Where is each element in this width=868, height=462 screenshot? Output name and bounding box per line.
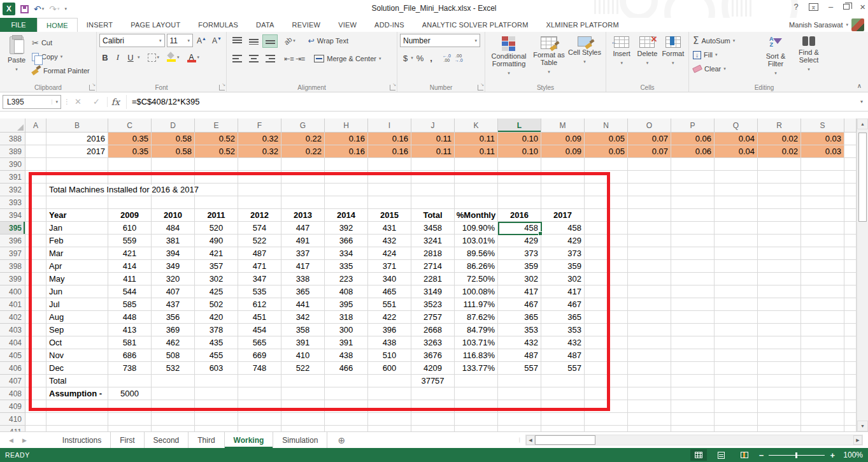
- cell-K402[interactable]: 87.62%: [455, 311, 498, 324]
- accounting-format-button[interactable]: $: [400, 54, 411, 63]
- cell-M411[interactable]: [541, 426, 585, 431]
- cell-R389[interactable]: 0.02: [758, 145, 801, 158]
- collapse-ribbon-button[interactable]: ∧: [857, 82, 862, 89]
- cell-N398[interactable]: [585, 260, 628, 273]
- col-header-L[interactable]: L: [498, 119, 541, 133]
- cell-E403[interactable]: 378: [195, 324, 238, 336]
- cell-N404[interactable]: [585, 336, 628, 349]
- font-size-combo[interactable]: 11▾: [167, 34, 194, 47]
- cell-K393[interactable]: [455, 196, 498, 209]
- cell-H401[interactable]: 395: [325, 298, 368, 311]
- cell-F397[interactable]: 487: [238, 247, 281, 260]
- row-header-391[interactable]: 391: [0, 171, 25, 184]
- sheet-nav-left-icon[interactable]: ◀: [9, 437, 13, 444]
- cell-M407[interactable]: [541, 375, 585, 387]
- cell-L399[interactable]: 302: [498, 273, 541, 285]
- cell-B401[interactable]: Jul: [46, 298, 108, 311]
- row-header-408[interactable]: 408: [0, 387, 25, 400]
- row-header-399[interactable]: 399: [0, 273, 25, 285]
- cell-G392[interactable]: [281, 184, 325, 196]
- cell-F407[interactable]: [238, 375, 281, 387]
- account-chip[interactable]: Manish Saraswat ▾: [789, 18, 864, 32]
- cell-H396[interactable]: 366: [325, 235, 368, 247]
- cell-N411[interactable]: [585, 426, 628, 431]
- scroll-up-icon[interactable]: ▲: [857, 119, 868, 129]
- tab-file[interactable]: FILE: [0, 18, 37, 32]
- increase-indent-button[interactable]: ⇥≡: [295, 55, 306, 63]
- cell-H409[interactable]: [325, 400, 368, 413]
- cell-L397[interactable]: 373: [498, 247, 541, 260]
- name-box[interactable]: L395▾: [3, 95, 61, 109]
- cell-H395[interactable]: 392: [325, 222, 368, 235]
- scroll-down-icon[interactable]: ▼: [857, 421, 868, 431]
- cell-P402[interactable]: [671, 311, 715, 324]
- cell-R408[interactable]: [758, 387, 801, 400]
- cell-J404[interactable]: 3263: [411, 336, 455, 349]
- cell-L406[interactable]: 557: [498, 362, 541, 375]
- cell-P409[interactable]: [671, 400, 715, 413]
- cell-K400[interactable]: 100.08%: [455, 285, 498, 298]
- cell-C398[interactable]: 414: [108, 260, 152, 273]
- cell-N388[interactable]: 0.05: [585, 133, 628, 145]
- cell-A398[interactable]: [25, 260, 46, 273]
- cell-F392[interactable]: [238, 184, 281, 196]
- page-layout-view-button[interactable]: [713, 449, 730, 461]
- cell-K409[interactable]: [455, 400, 498, 413]
- cell-K397[interactable]: 89.56%: [455, 247, 498, 260]
- cell-S410[interactable]: [801, 413, 844, 426]
- cell-E396[interactable]: 490: [195, 235, 238, 247]
- cell-R400[interactable]: [758, 285, 801, 298]
- cell-K401[interactable]: 111.97%: [455, 298, 498, 311]
- row-header-403[interactable]: 403: [0, 324, 25, 336]
- cell-I406[interactable]: 600: [368, 362, 411, 375]
- row-header-402[interactable]: 402: [0, 311, 25, 324]
- cell-D398[interactable]: 349: [152, 260, 195, 273]
- orientation-button[interactable]: ab: [283, 35, 294, 46]
- cell-A392[interactable]: [25, 184, 46, 196]
- cell-I395[interactable]: 431: [368, 222, 411, 235]
- alignment-dialog-launcher[interactable]: [390, 85, 395, 90]
- cell-O404[interactable]: [628, 336, 671, 349]
- cell-E397[interactable]: 421: [195, 247, 238, 260]
- cell-J405[interactable]: 3676: [411, 349, 455, 362]
- cell-D411[interactable]: [152, 426, 195, 431]
- cell-E398[interactable]: 357: [195, 260, 238, 273]
- cell-J393[interactable]: [411, 196, 455, 209]
- cell-G407[interactable]: [281, 375, 325, 387]
- cell-G391[interactable]: [281, 171, 325, 184]
- cell-M393[interactable]: [541, 196, 585, 209]
- cell-S395[interactable]: [801, 222, 844, 235]
- cell-H402[interactable]: 318: [325, 311, 368, 324]
- cell-L388[interactable]: 0.10: [498, 133, 541, 145]
- cell-E407[interactable]: [195, 375, 238, 387]
- cell-Q402[interactable]: [715, 311, 758, 324]
- cell-M396[interactable]: 429: [541, 235, 585, 247]
- cell-N402[interactable]: [585, 311, 628, 324]
- fill-color-button[interactable]: [167, 53, 176, 62]
- font-color-button[interactable]: A: [187, 54, 196, 61]
- cell-F391[interactable]: [238, 171, 281, 184]
- insert-cells-button[interactable]: ← Insert▾: [609, 34, 634, 80]
- cell-L404[interactable]: 432: [498, 336, 541, 349]
- cell-F408[interactable]: [238, 387, 281, 400]
- cell-Q398[interactable]: [715, 260, 758, 273]
- cell-G405[interactable]: 410: [281, 349, 325, 362]
- cell-R405[interactable]: [758, 349, 801, 362]
- cell-B395[interactable]: Jan: [46, 222, 108, 235]
- cell-H392[interactable]: [325, 184, 368, 196]
- cell-L401[interactable]: 467: [498, 298, 541, 311]
- cell-G398[interactable]: 417: [281, 260, 325, 273]
- cell-R406[interactable]: [758, 362, 801, 375]
- cell-I404[interactable]: 438: [368, 336, 411, 349]
- delete-cells-button[interactable]: ✕ Delete▾: [634, 34, 660, 80]
- cell-J390[interactable]: [411, 158, 455, 171]
- cell-A400[interactable]: [25, 285, 46, 298]
- cell-N392[interactable]: [585, 184, 628, 196]
- cell-A388[interactable]: [25, 133, 46, 145]
- cell-E401[interactable]: 502: [195, 298, 238, 311]
- cell-Q405[interactable]: [715, 349, 758, 362]
- cell-S405[interactable]: [801, 349, 844, 362]
- row-header-405[interactable]: 405: [0, 349, 25, 362]
- cell-Q391[interactable]: [715, 171, 758, 184]
- cell-B407[interactable]: Total: [46, 375, 108, 387]
